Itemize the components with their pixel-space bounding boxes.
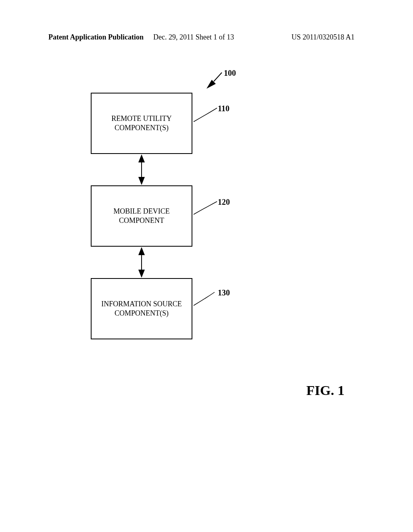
leader-110 [194,108,217,122]
ref-label-130: 130 [218,288,230,297]
diagram-svg [0,64,413,379]
svg-line-2 [214,73,222,81]
leader-120 [194,202,217,214]
box-remote-utility: REMOTE UTILITY COMPONENT(S) [91,93,192,154]
box-130-text: INFORMATION SOURCE COMPONENT(S) [101,299,182,318]
header-pub-number: US 2011/0320518 A1 [292,33,355,42]
header-date-sheet: Dec. 29, 2011 Sheet 1 of 13 [153,33,234,42]
page-header: Patent Application Publication Dec. 29, … [0,33,413,42]
leader-130 [194,292,215,305]
box-information-source: INFORMATION SOURCE COMPONENT(S) [91,278,192,339]
diagram-container: REMOTE UTILITY COMPONENT(S) MOBILE DEVIC… [0,64,413,379]
box-110-text: REMOTE UTILITY COMPONENT(S) [111,114,171,133]
box-mobile-device: MOBILE DEVICE COMPONENT [91,185,192,247]
ref-label-100: 100 [224,69,236,78]
figure-caption: FIG. 1 [307,383,344,398]
box-120-text: MOBILE DEVICE COMPONENT [113,207,169,226]
pointer-arrow-100 [206,73,222,89]
ref-label-120: 120 [218,197,230,207]
ref-label-110: 110 [218,104,229,113]
header-title: Patent Application Publication [48,33,144,42]
